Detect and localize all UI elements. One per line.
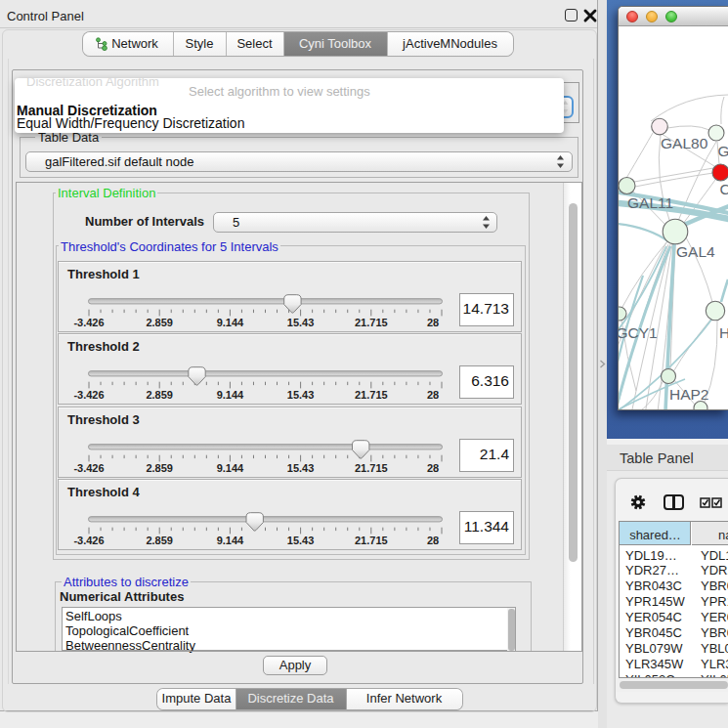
svg-text:GAL11: GAL11 xyxy=(627,194,673,211)
svg-text:GAL80: GAL80 xyxy=(661,135,708,151)
svg-text:GA: GA xyxy=(718,143,728,159)
svg-text:H: H xyxy=(719,324,728,341)
svg-text:C: C xyxy=(720,181,728,197)
svg-text:GAL4: GAL4 xyxy=(676,243,715,260)
svg-text:GCY1: GCY1 xyxy=(619,324,658,341)
svg-text:HAP2: HAP2 xyxy=(669,386,709,403)
